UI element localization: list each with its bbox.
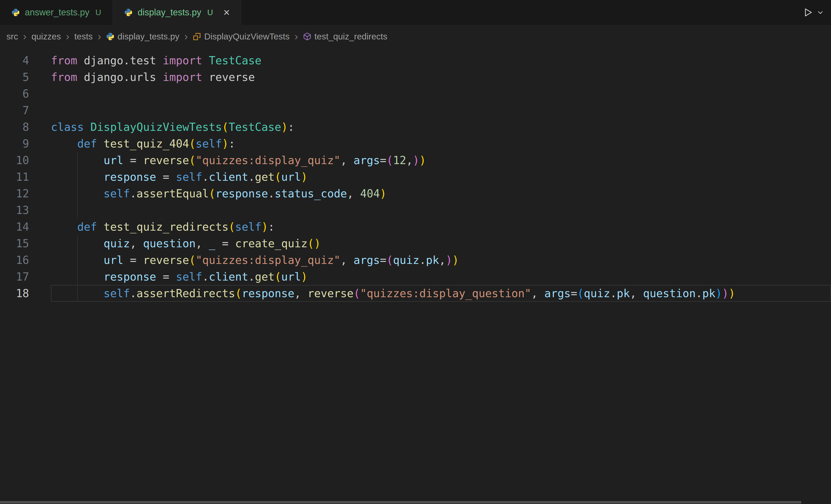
code-line-content[interactable]: from django.urls import reverse xyxy=(51,69,831,85)
code-line-content[interactable] xyxy=(51,48,831,52)
vscode-window: answer_tests.pyUdisplay_tests.pyU× src›q… xyxy=(0,0,831,504)
class-icon xyxy=(193,32,201,41)
code-line-content[interactable]: response = self.client.get(url) xyxy=(51,268,831,285)
code-line-content[interactable]: self.assertRedirects(response, reverse("… xyxy=(51,285,831,302)
code-line-8: 8class DisplayQuizViewTests(TestCase): xyxy=(0,119,831,135)
code-line-16: 16 url = reverse("quizzes:display_quiz",… xyxy=(0,252,831,268)
breadcrumb-item-display_tests.py[interactable]: display_tests.py xyxy=(106,32,179,41)
line-number: 16 xyxy=(0,252,29,268)
line-number: 6 xyxy=(0,85,29,102)
line-number: 17 xyxy=(0,268,29,285)
git-untracked-badge: U xyxy=(95,8,101,17)
chevron-right-icon: › xyxy=(294,31,298,42)
close-icon[interactable]: × xyxy=(223,7,230,18)
code-line-4: 4from django.test import TestCase xyxy=(0,52,831,69)
chevron-right-icon: › xyxy=(65,31,70,42)
python-icon xyxy=(11,8,20,17)
code-line-15: 15 quiz, question, _ = create_quiz() xyxy=(0,235,831,252)
tab-bar: answer_tests.pyUdisplay_tests.pyU× xyxy=(0,0,831,25)
breadcrumb-item-tests[interactable]: tests xyxy=(74,32,93,41)
horizontal-scrollbar[interactable] xyxy=(0,501,801,504)
code-line-content[interactable]: class DisplayQuizViewTests(TestCase): xyxy=(51,119,831,135)
indent-guide xyxy=(77,285,78,302)
indent-guide xyxy=(77,152,78,169)
git-untracked-badge: U xyxy=(207,8,213,17)
code-line-6: 6 xyxy=(0,85,831,102)
method-icon xyxy=(303,32,311,41)
line-number: 18 xyxy=(0,285,29,302)
code-line-content[interactable]: def test_quiz_redirects(self): xyxy=(51,218,831,235)
tabs: answer_tests.pyUdisplay_tests.pyU× xyxy=(0,0,241,25)
line-number: 12 xyxy=(0,185,29,202)
breadcrumb-label: DisplayQuizViewTests xyxy=(204,32,290,41)
line-number: 9 xyxy=(0,135,29,152)
code-line-content[interactable] xyxy=(51,85,831,102)
code-line-content[interactable]: response = self.client.get(url) xyxy=(51,169,831,185)
breadcrumb-label: display_tests.py xyxy=(117,32,179,41)
code-line-7: 7 xyxy=(0,102,831,119)
breadcrumb-item-test_quiz_redirects[interactable]: test_quiz_redirects xyxy=(303,32,388,41)
code-line-12: 12 self.assertEqual(response.status_code… xyxy=(0,185,831,202)
breadcrumb-item-DisplayQuizViewTests[interactable]: DisplayQuizViewTests xyxy=(193,32,290,41)
code-line-content[interactable]: quiz, question, _ = create_quiz() xyxy=(51,235,831,252)
line-number: 15 xyxy=(0,235,29,252)
indent-guide xyxy=(77,252,78,268)
breadcrumb-label: src xyxy=(6,32,18,41)
line-number: 5 xyxy=(0,69,29,85)
indent-guide xyxy=(77,268,78,285)
breadcrumb-item-src[interactable]: src xyxy=(6,32,18,41)
line-number: 4 xyxy=(0,52,29,69)
code-line-3: 3 xyxy=(0,48,831,52)
breadcrumb: src›quizzes›tests›display_tests.py›Displ… xyxy=(0,25,831,48)
tab-label: answer_tests.py xyxy=(25,7,89,18)
code-line-content[interactable] xyxy=(51,102,831,119)
chevron-right-icon: › xyxy=(184,31,188,42)
code-line-content[interactable]: def test_quiz_404(self): xyxy=(51,135,831,152)
code-line-content[interactable]: self.assertEqual(response.status_code, 4… xyxy=(51,185,831,202)
tab-display_tests.py[interactable]: display_tests.pyU× xyxy=(113,0,241,25)
code-line-9: 9 def test_quiz_404(self): xyxy=(0,135,831,152)
breadcrumb-label: test_quiz_redirects xyxy=(314,32,388,41)
code-line-17: 17 response = self.client.get(url) xyxy=(0,268,831,285)
line-number: 13 xyxy=(0,202,29,218)
code-line-13: 13 xyxy=(0,202,831,218)
indent-guide xyxy=(77,235,78,252)
breadcrumb-label: quizzes xyxy=(32,32,61,41)
chevron-right-icon: › xyxy=(97,31,102,42)
code-line-11: 11 response = self.client.get(url) xyxy=(0,169,831,185)
line-number: 11 xyxy=(0,169,29,185)
code-line-14: 14 def test_quiz_redirects(self): xyxy=(0,218,831,235)
breadcrumb-label: tests xyxy=(74,32,93,41)
code-lines: 34from django.test import TestCase5from … xyxy=(0,48,831,302)
indent-guide xyxy=(77,202,78,218)
code-line-content[interactable]: url = reverse("quizzes:display_quiz", ar… xyxy=(51,252,831,268)
breadcrumb-item-quizzes[interactable]: quizzes xyxy=(32,32,61,41)
line-number: 3 xyxy=(0,48,29,52)
code-line-10: 10 url = reverse("quizzes:display_quiz",… xyxy=(0,152,831,169)
line-number: 7 xyxy=(0,102,29,119)
code-editor: 34from django.test import TestCase5from … xyxy=(0,48,831,302)
tab-answer_tests.py[interactable]: answer_tests.pyU xyxy=(0,0,113,25)
line-number: 14 xyxy=(0,218,29,235)
editor-actions xyxy=(803,0,831,25)
code-line-content[interactable] xyxy=(51,202,831,218)
python-icon xyxy=(124,8,133,17)
line-number: 10 xyxy=(0,152,29,169)
indent-guide xyxy=(77,185,78,202)
code-line-5: 5from django.urls import reverse xyxy=(0,69,831,85)
code-line-content[interactable]: from django.test import TestCase xyxy=(51,52,831,69)
code-line-18: 18 self.assertRedirects(response, revers… xyxy=(0,285,831,302)
indent-guide xyxy=(77,169,78,185)
line-number: 8 xyxy=(0,119,29,135)
tab-label: display_tests.py xyxy=(138,7,201,18)
chevron-right-icon: › xyxy=(23,31,27,42)
python-icon xyxy=(106,32,114,41)
run-button[interactable] xyxy=(803,7,813,18)
run-dropdown-button[interactable] xyxy=(816,9,824,16)
code-line-content[interactable]: url = reverse("quizzes:display_quiz", ar… xyxy=(51,152,831,169)
